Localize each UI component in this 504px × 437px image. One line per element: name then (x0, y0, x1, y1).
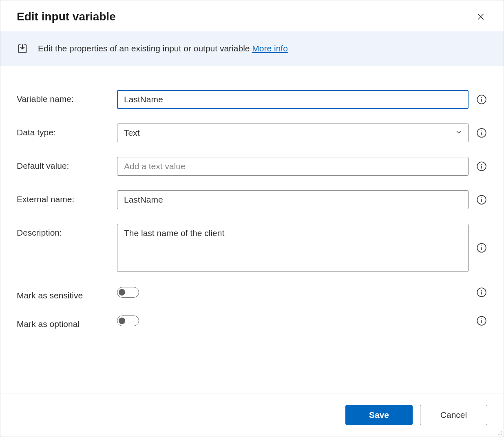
svg-point-22 (500, 433, 500, 433)
svg-point-26 (501, 434, 502, 435)
svg-point-1 (481, 97, 482, 98)
svg-point-19 (481, 318, 482, 319)
row-variable-name: Variable name: (17, 90, 487, 109)
save-button[interactable]: Save (345, 405, 413, 425)
dialog-header: Edit input variable (0, 0, 504, 31)
info-icon[interactable] (476, 194, 487, 205)
info-icon[interactable] (476, 287, 487, 298)
mark-sensitive-toggle[interactable] (117, 287, 139, 298)
external-name-input[interactable] (117, 190, 469, 209)
info-icon[interactable] (476, 242, 487, 254)
info-icon[interactable] (476, 315, 487, 327)
label-default-value: Default value: (17, 157, 111, 171)
label-mark-optional: Mark as optional (17, 315, 111, 329)
dialog-footer: Save Cancel (0, 393, 504, 437)
close-icon (477, 13, 485, 21)
row-mark-sensitive: Mark as sensitive (17, 287, 487, 300)
description-input[interactable] (117, 224, 469, 272)
svg-point-16 (481, 290, 482, 291)
close-button[interactable] (474, 10, 487, 23)
svg-point-13 (481, 245, 482, 246)
toggle-knob (119, 318, 125, 324)
toggle-knob (119, 289, 125, 296)
dialog-title: Edit input variable (17, 10, 116, 23)
svg-point-24 (498, 434, 499, 435)
label-mark-sensitive: Mark as sensitive (17, 287, 111, 300)
svg-point-4 (481, 130, 482, 131)
row-external-name: External name: (17, 190, 487, 209)
more-info-link[interactable]: More info (252, 44, 288, 53)
default-value-input[interactable] (117, 157, 469, 176)
row-default-value: Default value: (17, 157, 487, 176)
svg-point-21 (501, 431, 502, 432)
row-mark-optional: Mark as optional (17, 315, 487, 329)
svg-point-7 (481, 164, 482, 165)
banner-text-wrap: Edit the properties of an existing input… (38, 44, 288, 53)
resize-grip-icon[interactable] (496, 429, 502, 435)
row-description: Description: (17, 224, 487, 272)
svg-point-23 (501, 433, 502, 433)
label-data-type: Data type: (17, 124, 111, 137)
info-banner: Edit the properties of an existing input… (0, 31, 504, 66)
info-icon[interactable] (476, 94, 487, 105)
label-external-name: External name: (17, 190, 111, 204)
label-description: Description: (17, 224, 111, 238)
banner-text: Edit the properties of an existing input… (38, 44, 252, 53)
data-type-select[interactable]: Text (117, 124, 469, 142)
variable-name-input[interactable] (117, 90, 469, 109)
label-variable-name: Variable name: (17, 90, 111, 104)
edit-variable-dialog: Edit input variable Edit the properties … (0, 0, 504, 437)
cancel-button[interactable]: Cancel (420, 405, 487, 425)
import-icon (17, 43, 28, 54)
form-area: Variable name: Data type: Text (0, 66, 504, 393)
svg-point-10 (481, 197, 482, 198)
mark-optional-toggle[interactable] (117, 316, 139, 326)
info-icon[interactable] (476, 161, 487, 172)
row-data-type: Data type: Text (17, 124, 487, 142)
info-icon[interactable] (476, 127, 487, 139)
svg-point-25 (500, 434, 500, 435)
